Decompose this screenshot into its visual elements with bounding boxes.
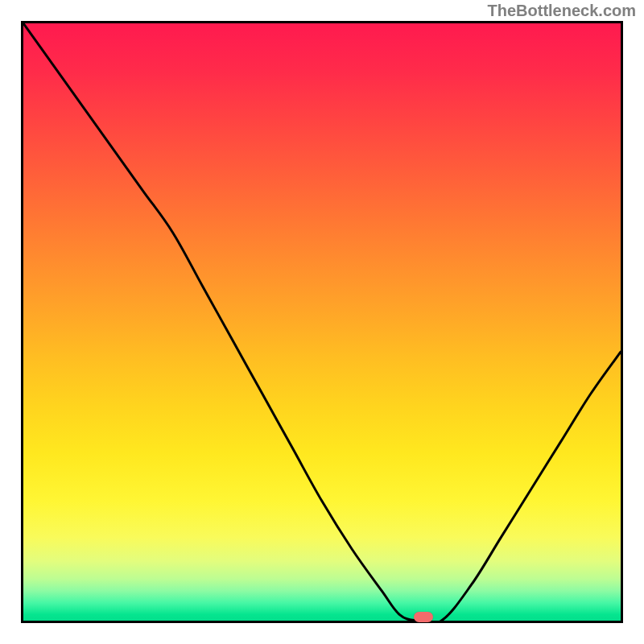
plot-frame bbox=[21, 21, 623, 623]
watermark-text: TheBottleneck.com bbox=[488, 2, 636, 20]
curve-svg bbox=[23, 23, 621, 621]
optimal-marker bbox=[414, 612, 433, 622]
chart-container: TheBottleneck.com bbox=[0, 0, 644, 644]
bottleneck-curve bbox=[23, 23, 621, 621]
